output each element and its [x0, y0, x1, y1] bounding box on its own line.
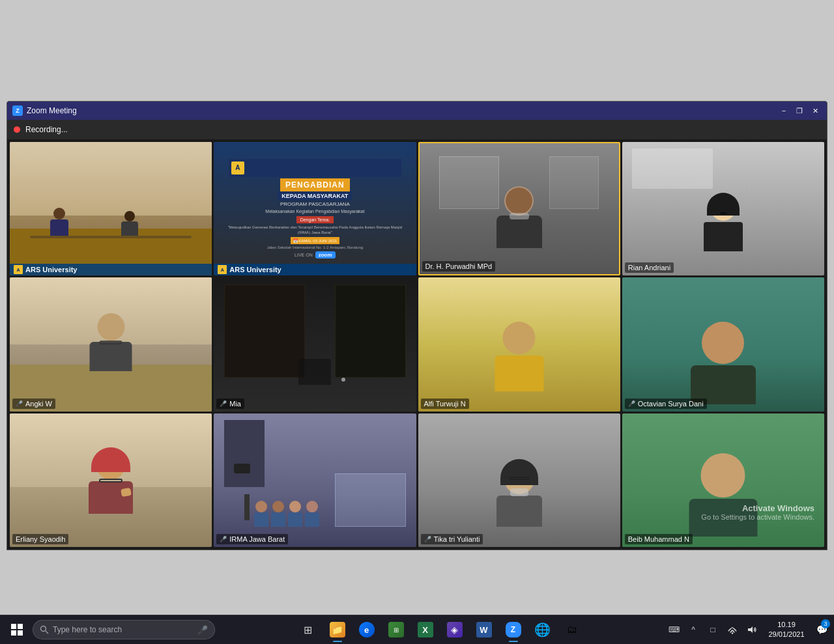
- minimize-button[interactable]: −: [777, 105, 790, 116]
- participant-name-11: 🎤 Tika tri Yulianti: [421, 534, 483, 544]
- poster-live-text: LIVE ON: [295, 253, 313, 257]
- svg-point-6: [732, 632, 733, 634]
- participant-name-12: Beib Muhammad N: [625, 534, 693, 544]
- svg-line-5: [46, 631, 48, 634]
- video-tile-7[interactable]: Alfi Turwuji N: [418, 277, 620, 411]
- svg-rect-1: [18, 624, 23, 629]
- video-tile-10[interactable]: 🎤 IRMA Jawa Barat: [214, 413, 416, 547]
- title-bar: Z Zoom Meeting − ❐ ✕: [7, 102, 827, 120]
- clock-date: 29/01/2021: [768, 630, 804, 639]
- system-clock[interactable]: 10.19 29/01/2021: [764, 620, 809, 640]
- participant-name-6: 🎤 Mia: [216, 399, 244, 409]
- recording-text: Recording...: [25, 125, 68, 134]
- poster-theme: "Mewujudkan Generasi Berkarakter dan Ter…: [219, 225, 410, 236]
- svg-rect-2: [11, 630, 16, 636]
- poster-program: PROGRAM PASCASARJANA: [278, 201, 352, 208]
- chrome-button[interactable]: 🌐: [528, 615, 557, 644]
- app-button-2[interactable]: ◈: [440, 615, 469, 644]
- clock-time: 10.19: [777, 620, 796, 630]
- file-manager-button[interactable]: 🗂: [558, 615, 586, 644]
- windows-taskbar: Type here to search 🎤 ⊞ 📁 e ⊞ X ◈: [0, 615, 834, 644]
- window-title: Zoom Meeting: [27, 106, 77, 115]
- file-explorer-button[interactable]: 📁: [323, 615, 352, 644]
- volume-icon[interactable]: [743, 621, 761, 639]
- participant-name-8: 🎤 Octavian Surya Dani: [625, 399, 707, 409]
- video-tile-11[interactable]: 🎤 Tika tri Yulianti: [418, 413, 620, 547]
- ars-logo-1: A: [14, 265, 23, 274]
- video-tile-8[interactable]: 🎤 Octavian Surya Dani: [622, 277, 824, 411]
- poster-subtitle: KEPADA MASYARAKAT: [278, 191, 352, 201]
- participant-name-7: Alfi Turwuji N: [421, 399, 469, 409]
- participant-name-4: Rian Andriani: [625, 262, 674, 273]
- keyboard-icon[interactable]: ⌨: [665, 621, 683, 639]
- video-tile-2[interactable]: A PENGABDIAN KEPADA MASYARAKAT PROGRAM P…: [214, 142, 416, 275]
- title-bar-left: Z Zoom Meeting: [12, 105, 77, 116]
- poster-title: PENGABDIAN: [280, 178, 350, 191]
- recording-dot: [14, 126, 20, 133]
- ars-logo-2: A: [218, 265, 227, 274]
- participant-name-1: A ARS University: [10, 264, 212, 275]
- participant-name-5: 🎤 Angki W: [12, 399, 55, 409]
- tray-box-icon[interactable]: □: [704, 621, 722, 639]
- participant-name-10: 🎤 IRMA Jawa Barat: [216, 534, 288, 544]
- svg-marker-7: [748, 626, 753, 633]
- video-grid: A ARS University A PENGABDIAN KEPADA MAS…: [7, 139, 827, 550]
- video-tile-6[interactable]: 🎤 Mia: [214, 277, 416, 411]
- notification-badge: 3: [821, 619, 830, 628]
- video-tile-5[interactable]: 🎤 Angki W: [10, 277, 212, 411]
- search-placeholder: Type here to search: [53, 625, 122, 634]
- video-tile-4[interactable]: Rian Andriani: [622, 142, 824, 275]
- start-button[interactable]: [3, 615, 31, 644]
- word-button[interactable]: W: [470, 615, 498, 644]
- tray-expand-icon[interactable]: ^: [684, 621, 702, 639]
- restore-button[interactable]: ❐: [793, 105, 806, 116]
- zoom-taskbar-button[interactable]: Z: [499, 615, 528, 644]
- system-tray: ⌨ ^ □: [665, 621, 761, 639]
- excel-button[interactable]: X: [411, 615, 440, 644]
- participant-name-3: Dr. H. Purwadhi MPd: [422, 261, 496, 272]
- taskbar-apps: ⊞ 📁 e ⊞ X ◈ W Z 🌐: [294, 615, 586, 644]
- poster-zoom-badge: zoom: [315, 251, 336, 259]
- network-icon[interactable]: [723, 621, 741, 639]
- participant-name-2: A ARS University: [214, 264, 416, 275]
- notification-button[interactable]: 💬 3: [812, 615, 831, 644]
- window-controls[interactable]: − ❐ ✕: [777, 105, 822, 116]
- poster-theme-label: Dengan Tema:: [296, 216, 334, 223]
- poster-activity: Melaksanakan Kegiatan Pengabdian Masyara…: [263, 208, 367, 215]
- svg-rect-0: [11, 624, 16, 629]
- edge-browser-button[interactable]: e: [352, 615, 381, 644]
- video-tile-1[interactable]: A ARS University: [10, 142, 212, 275]
- task-view-button[interactable]: ⊞: [294, 615, 323, 644]
- taskbar-search[interactable]: Type here to search 🎤: [33, 620, 215, 639]
- zoom-app-icon: Z: [12, 105, 23, 116]
- app-button-1[interactable]: ⊞: [382, 615, 410, 644]
- zoom-window: Z Zoom Meeting − ❐ ✕ Recording...: [7, 101, 827, 550]
- video-tile-3[interactable]: Dr. H. Purwadhi MPd: [418, 142, 620, 275]
- video-tile-12[interactable]: Beib Muhammad N Activate Windows Go to S…: [622, 413, 824, 547]
- video-tile-9[interactable]: Erliany Syaodih: [10, 413, 212, 547]
- svg-rect-3: [18, 630, 23, 636]
- search-mic-icon[interactable]: 🎤: [197, 625, 208, 635]
- taskbar-right: ⌨ ^ □ 10.19 29/01/2021: [665, 615, 831, 644]
- svg-point-4: [41, 626, 46, 632]
- recording-bar: Recording...: [7, 120, 827, 139]
- participant-name-9: Erliany Syaodih: [12, 534, 68, 544]
- close-button[interactable]: ✕: [809, 105, 822, 116]
- taskbar-left: Type here to search 🎤: [3, 615, 215, 644]
